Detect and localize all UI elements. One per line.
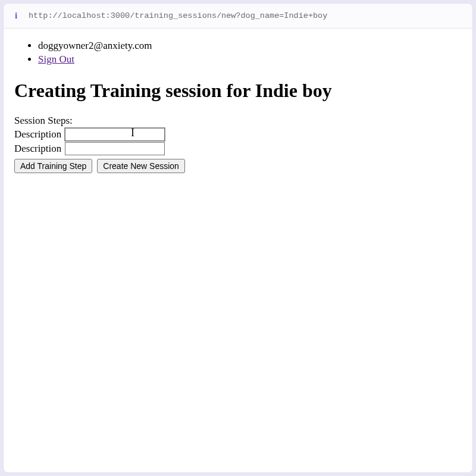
user-email-item: doggyowner2@anxiety.com — [38, 39, 462, 53]
url-text[interactable]: http://localhost:3000/training_sessions/… — [29, 11, 327, 20]
add-training-step-button[interactable]: Add Training Step — [14, 159, 92, 173]
button-row: Add Training Step Create New Session — [14, 159, 462, 173]
user-email: doggyowner2@anxiety.com — [38, 40, 152, 51]
session-steps-label: Session Steps: — [14, 115, 462, 127]
step-row-1: Description I — [14, 128, 462, 141]
create-new-session-button[interactable]: Create New Session — [97, 159, 185, 173]
description-input-1[interactable] — [65, 128, 165, 141]
signout-item: Sign Out — [38, 53, 462, 67]
info-icon[interactable]: i — [12, 11, 20, 21]
step-label: Description — [14, 129, 61, 140]
training-session-form: Session Steps: Description I Description… — [14, 115, 462, 173]
step-row-2: Description — [14, 142, 462, 155]
address-bar: i http://localhost:3000/training_session… — [4, 4, 472, 29]
page-title: Creating Training session for Indie boy — [14, 80, 462, 102]
page-content: doggyowner2@anxiety.com Sign Out Creatin… — [4, 29, 472, 472]
header-list: doggyowner2@anxiety.com Sign Out — [14, 39, 462, 67]
description-input-2[interactable] — [65, 142, 165, 155]
signout-link[interactable]: Sign Out — [38, 54, 74, 65]
browser-window: i http://localhost:3000/training_session… — [4, 4, 472, 472]
step-label: Description — [14, 143, 61, 155]
